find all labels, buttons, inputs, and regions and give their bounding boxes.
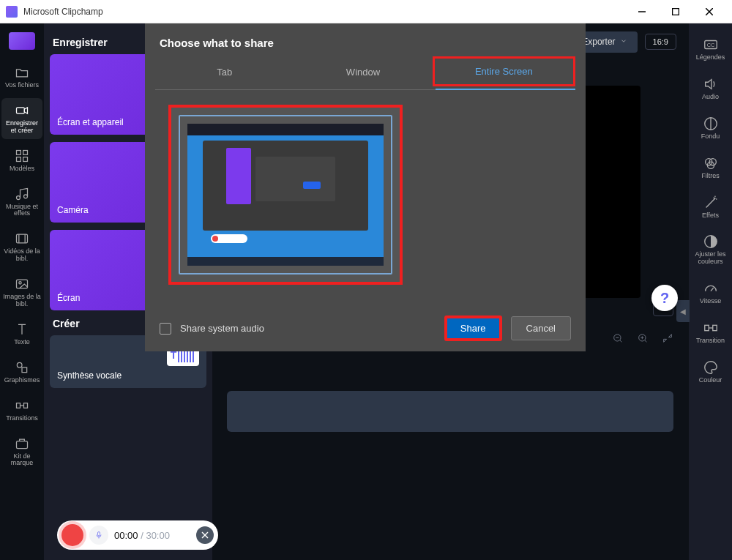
rec-stop-button[interactable]: [196, 526, 214, 544]
svg-point-10: [24, 194, 28, 198]
text-icon: [14, 321, 30, 337]
nav-label: Kit de marque: [3, 453, 41, 468]
help-button[interactable]: ?: [651, 285, 678, 311]
nav-label: Graphismes: [4, 377, 40, 384]
shapes-icon: [14, 359, 30, 376]
left-sidebar: Vos fichiers Enregistrer et créer Modèle…: [0, 23, 44, 560]
nav-text[interactable]: Texte: [1, 317, 42, 351]
svg-rect-1: [673, 8, 679, 15]
dialog-body: [145, 90, 586, 305]
window-titlebar: Microsoft Clipchamp: [0, 0, 732, 23]
cancel-button[interactable]: Cancel: [511, 316, 571, 340]
right-sidebar: CCLégendes Audio Fondu Filtres Effets Aj…: [688, 23, 732, 560]
folder-icon: [14, 64, 30, 81]
nav-label: Images de la bibl.: [3, 294, 41, 308]
dialog-tabs: Tab Window Entire Screen: [155, 59, 575, 90]
rs-label: Légendes: [696, 54, 725, 61]
rs-adjust-colors[interactable]: Ajuster les couleurs: [690, 229, 731, 270]
speaker-icon: [703, 76, 719, 92]
palette-icon: [703, 359, 719, 376]
timeline-area[interactable]: [212, 353, 688, 560]
share-dialog: Choose what to share Tab Window Entire S…: [145, 23, 586, 351]
recording-bar: 00:00 / 30:00: [57, 520, 218, 550]
nav-brand-kit[interactable]: Kit de marque: [1, 431, 42, 472]
rs-fade[interactable]: Fondu: [690, 111, 731, 145]
svg-rect-8: [23, 157, 28, 161]
app-icon: [6, 6, 18, 18]
minimize-button[interactable]: [625, 0, 659, 23]
close-button[interactable]: [692, 0, 726, 23]
window-controls: [625, 0, 726, 23]
rs-label: Ajuster les couleurs: [692, 251, 730, 266]
rs-label: Couleur: [699, 377, 722, 384]
nav-music[interactable]: Musique et effets: [1, 182, 42, 223]
transition-icon: [14, 397, 30, 414]
nav-label: Vidéos de la bibl.: [3, 248, 41, 263]
svg-rect-17: [22, 367, 27, 373]
image-icon: [14, 276, 30, 292]
filters-icon: [703, 155, 719, 171]
nav-label: Enregistrer et créer: [3, 120, 41, 135]
camera-icon: [14, 102, 30, 119]
rs-label: Audio: [702, 94, 719, 101]
rs-transition[interactable]: Transition: [690, 316, 731, 349]
tab-entire-screen[interactable]: Entire Screen: [433, 56, 575, 86]
contrast-icon: [703, 234, 719, 250]
share-button[interactable]: Share: [444, 316, 502, 341]
nav-templates[interactable]: Modèles: [1, 143, 42, 177]
rec-current: 00:00: [114, 530, 138, 541]
tab-window[interactable]: Window: [294, 59, 432, 89]
nav-label: Texte: [14, 339, 30, 346]
rs-label: Fondu: [701, 133, 720, 141]
svg-rect-5: [17, 150, 21, 154]
svg-point-16: [17, 362, 22, 367]
nav-stock-image[interactable]: Images de la bibl.: [1, 272, 42, 313]
svg-rect-33: [712, 325, 717, 330]
templates-icon: [14, 148, 30, 164]
share-audio-checkbox[interactable]: [160, 323, 171, 335]
rs-label: Transition: [696, 337, 725, 345]
chevron-down-icon: [620, 37, 627, 47]
collapse-right-icon[interactable]: ◀: [676, 300, 690, 322]
zoom-out-icon[interactable]: [612, 332, 624, 344]
app-title: Microsoft Clipchamp: [23, 7, 625, 17]
zoom-in-icon[interactable]: [637, 332, 649, 344]
transition-icon: [703, 320, 719, 336]
rec-time: 00:00 / 30:00: [114, 530, 170, 541]
logo: [9, 32, 35, 50]
nav-your-files[interactable]: Vos fichiers: [1, 60, 42, 94]
screen-thumbnail[interactable]: [168, 105, 403, 285]
svg-rect-6: [23, 150, 28, 154]
rs-captions[interactable]: CCLégendes: [690, 32, 731, 66]
briefcase-icon: [14, 436, 30, 452]
svg-point-15: [19, 282, 21, 284]
rs-filters[interactable]: Filtres: [690, 151, 731, 184]
nav-label: Vos fichiers: [5, 82, 39, 89]
mic-button[interactable]: [89, 526, 108, 545]
aspect-ratio[interactable]: 16:9: [645, 34, 676, 50]
collapse-icon[interactable]: [662, 332, 673, 344]
card-label: Caméra: [57, 205, 89, 215]
tab-chrome-tab[interactable]: Tab: [155, 59, 294, 89]
record-button[interactable]: [61, 524, 83, 546]
nav-transitions[interactable]: Transitions: [1, 393, 42, 427]
rs-label: Vitesse: [700, 298, 721, 305]
svg-rect-20: [17, 441, 28, 448]
svg-rect-19: [24, 403, 28, 408]
rs-color[interactable]: Couleur: [690, 355, 731, 389]
maximize-button[interactable]: [659, 0, 692, 23]
timeline-track[interactable]: [227, 391, 673, 432]
svg-rect-11: [17, 235, 28, 244]
rs-audio[interactable]: Audio: [690, 72, 731, 105]
wand-icon: [703, 195, 719, 211]
rs-label: Effets: [702, 212, 719, 220]
svg-rect-34: [98, 532, 100, 537]
svg-point-9: [17, 195, 20, 199]
nav-stock-video[interactable]: Vidéos de la bibl.: [1, 226, 42, 267]
nav-label: Transitions: [6, 415, 38, 422]
rs-effects[interactable]: Effets: [690, 190, 731, 224]
svg-rect-32: [704, 325, 709, 330]
rs-speed[interactable]: Vitesse: [690, 276, 731, 310]
nav-graphics[interactable]: Graphismes: [1, 355, 42, 389]
nav-record-create[interactable]: Enregistrer et créer: [1, 98, 42, 139]
